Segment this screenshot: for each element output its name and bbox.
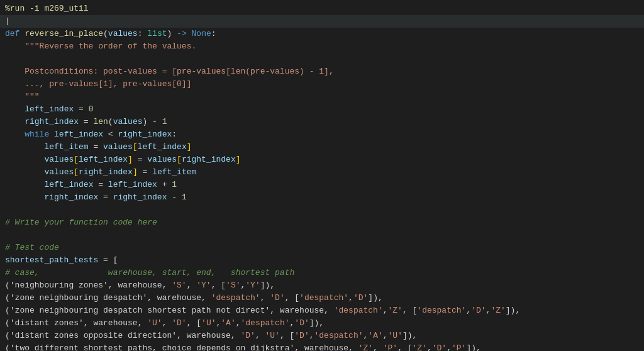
token: ]), <box>506 306 520 315</box>
token: , <box>348 293 353 303</box>
token: , [ <box>211 281 226 290</box>
token: 'P' <box>383 343 397 351</box>
token: , <box>162 318 172 328</box>
token: 'despatch' <box>211 293 260 303</box>
token: , <box>427 343 432 351</box>
token: ('two different shortest paths, choice d… <box>5 343 358 351</box>
code-line: """ <box>0 91 644 103</box>
token: 'P' <box>452 343 466 351</box>
token: : <box>211 29 216 38</box>
token: ('zone neighbouring despatch shortest pa… <box>5 306 334 315</box>
token: , [ <box>402 306 417 315</box>
token: Postconditions: post-values = [pre-value… <box>5 67 334 76</box>
token: """ <box>5 92 40 101</box>
code-line: def reverse_in_place(values: list) -> No… <box>0 28 644 40</box>
token: 'U' <box>265 331 279 340</box>
token: len <box>93 117 108 126</box>
token: , <box>447 343 452 351</box>
code-line: """Reverse the order of the values. <box>0 40 644 53</box>
token: ]), <box>309 318 324 328</box>
code-line: # Test code <box>0 242 644 254</box>
code-line: ('distant zones', warehouse, 'U', 'D', [… <box>0 317 644 330</box>
token: 'S' <box>172 281 186 290</box>
token: 'Z' <box>491 306 505 315</box>
token: = <box>79 117 93 126</box>
token: -> <box>177 29 187 38</box>
token: : <box>172 130 177 139</box>
token: values <box>44 155 74 164</box>
token: [ <box>74 167 79 177</box>
token: ] <box>236 155 241 164</box>
token <box>187 29 192 38</box>
token: None <box>192 29 211 38</box>
token: right_index <box>182 155 236 164</box>
token: < <box>103 130 118 139</box>
token: - <box>167 192 181 202</box>
token: right_index <box>25 117 79 126</box>
token: values <box>44 167 74 177</box>
token: left_index <box>54 130 103 139</box>
token: , <box>466 306 471 315</box>
token: left_index <box>25 104 74 114</box>
token: 'D' <box>172 318 186 328</box>
code-line: ('two different shortest paths, choice d… <box>0 342 644 351</box>
token: ]), <box>260 281 275 290</box>
token: , <box>309 331 314 340</box>
code-line: ('neighbouring zones', warehouse, 'S', '… <box>0 279 644 292</box>
code-line: left_item = values[left_index] <box>0 141 644 153</box>
token: values <box>103 142 133 152</box>
token: 'U' <box>388 331 402 340</box>
token: , [ <box>285 293 299 303</box>
token: 'D' <box>471 306 486 315</box>
token: ('neighbouring zones', warehouse, <box>5 281 172 290</box>
token: 'A' <box>221 318 235 328</box>
token: ('zone neighbouring despatch', warehouse… <box>5 293 211 303</box>
token: def <box>5 29 25 38</box>
token: 'Y' <box>196 281 211 290</box>
code-line: values[right_index] = left_item <box>0 166 644 179</box>
token: left_item <box>152 167 196 177</box>
token: 'D' <box>432 343 447 351</box>
token: left_index <box>108 180 157 189</box>
token: 'U' <box>201 318 216 328</box>
token: 'U' <box>147 318 162 328</box>
code-line: left_index = left_index + 1 <box>0 179 644 191</box>
token: , <box>255 331 265 340</box>
token: , <box>260 293 270 303</box>
token: # case, warehouse, start, end, shortest … <box>5 268 294 277</box>
token: shortest_path_tests <box>5 255 98 265</box>
token <box>5 130 25 139</box>
token: [ <box>177 155 182 164</box>
token: = <box>89 142 103 152</box>
token: 'D' <box>294 318 309 328</box>
code-editor[interactable]: %run -i m269_util|def reverse_in_place(v… <box>0 0 644 351</box>
token: = <box>93 180 108 189</box>
code-line <box>0 53 644 65</box>
token: 1 <box>162 117 167 126</box>
token: values <box>108 29 138 38</box>
token: list <box>147 29 167 38</box>
token: 'Y' <box>245 281 260 290</box>
code-line: left_index = 0 <box>0 103 644 116</box>
token: = <box>133 155 147 164</box>
token: right_index <box>79 167 133 177</box>
token: left_item <box>44 142 88 152</box>
token: ]), <box>466 343 480 351</box>
token: 'Z' <box>358 343 373 351</box>
token: , <box>187 281 197 290</box>
token: ] <box>133 167 138 177</box>
token: = <box>138 167 152 177</box>
token: ( <box>108 117 113 126</box>
token <box>5 142 44 152</box>
code-line: while left_index < right_index: <box>0 128 644 141</box>
code-line: # Write your function code here <box>0 216 644 229</box>
code-line <box>0 229 644 242</box>
token: 1 <box>182 192 187 202</box>
token: left_index <box>138 142 187 152</box>
token: 0 <box>89 104 94 114</box>
code-line: ('zone neighbouring despatch shortest pa… <box>0 304 644 317</box>
code-line: right_index = right_index - 1 <box>0 191 644 204</box>
token: 'D' <box>294 331 309 340</box>
token: [ <box>133 142 138 152</box>
token: ) <box>167 29 177 38</box>
